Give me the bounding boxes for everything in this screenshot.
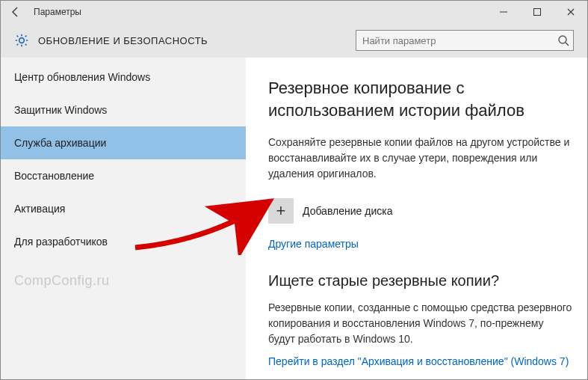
titlebar: Параметры [1, 1, 587, 23]
sidebar-item-update[interactable]: Центр обновления Windows [1, 61, 246, 94]
heading-backup: Резервное копирование с использованием и… [268, 77, 572, 121]
minimize-button[interactable] [486, 1, 520, 23]
windows7-backup-link[interactable]: Перейти в раздел "Архивация и восстановл… [268, 355, 569, 367]
sidebar-item-recovery[interactable]: Восстановление [1, 159, 246, 192]
more-options-link[interactable]: Другие параметры [268, 238, 359, 250]
window-controls [486, 1, 587, 23]
header: ОБНОВЛЕНИЕ И БЕЗОПАСНОСТЬ [1, 23, 587, 58]
watermark: CompConfig.ru [1, 273, 246, 289]
back-button[interactable] [1, 1, 31, 23]
page-title: ОБНОВЛЕНИЕ И БЕЗОПАСНОСТЬ [38, 35, 208, 46]
backup-description: Сохраняйте резервные копии файлов на дру… [268, 135, 572, 182]
window-title: Параметры [34, 7, 81, 17]
add-drive-label: Добавление диска [303, 205, 392, 217]
sidebar-item-activation[interactable]: Активация [1, 192, 246, 225]
search-box[interactable] [356, 30, 574, 51]
search-input[interactable] [356, 30, 574, 51]
sidebar-item-developers[interactable]: Для разработчиков [1, 225, 246, 258]
add-drive-button[interactable]: + [268, 198, 294, 224]
add-drive-row: + Добавление диска [268, 198, 572, 224]
close-button[interactable] [554, 1, 587, 23]
sidebar: Центр обновления Windows Защитник Window… [1, 58, 246, 380]
search-icon [557, 34, 569, 46]
plus-icon: + [276, 201, 286, 221]
old-backups-description: Резервные копии, созданные с помощью сре… [268, 300, 572, 347]
content-pane: Резервное копирование с использованием и… [246, 58, 587, 380]
sidebar-item-defender[interactable]: Защитник Windows [1, 94, 246, 126]
svg-point-2 [559, 36, 566, 43]
svg-line-3 [566, 43, 569, 46]
svg-rect-1 [533, 9, 540, 16]
maximize-button[interactable] [520, 1, 554, 23]
gear-icon [14, 33, 29, 48]
sidebar-item-backup[interactable]: Служба архивации [1, 126, 246, 159]
heading-old-backups: Ищете старые резервные копии? [268, 272, 572, 289]
